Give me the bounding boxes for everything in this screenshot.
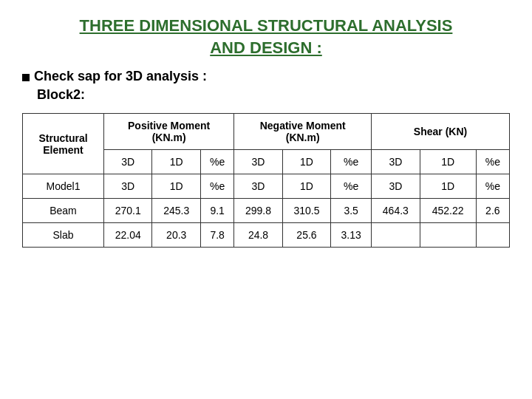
- subheader-shear-pct: %e: [476, 150, 509, 174]
- model1-shear-1d: 1D: [420, 174, 476, 199]
- beam-neg-3d: 299.8: [234, 199, 282, 223]
- slab-pos-3d: 22.04: [104, 223, 152, 248]
- model1-neg-1d: 1D: [282, 174, 330, 199]
- title-line1: THREE DIMENSIONAL STRUCTURAL ANALYSIS: [80, 16, 453, 35]
- table-row: Beam 270.1 245.3 9.1 299.8 310.5 3.5 464…: [23, 199, 510, 223]
- beam-shear-pct: 2.6: [476, 199, 509, 223]
- title-line2: AND DESIGN :: [210, 38, 322, 57]
- slab-neg-1d: 25.6: [282, 223, 330, 248]
- beam-pos-1d: 245.3: [152, 199, 200, 223]
- subheader-neg-pct: %e: [331, 150, 372, 174]
- beam-pos-pct: 9.1: [200, 199, 233, 223]
- header-structural: StructuralElement: [23, 114, 104, 174]
- subheader-neg-1d: 1D: [282, 150, 330, 174]
- model1-shear-pct: %e: [476, 174, 509, 199]
- slab-shear-3d: [372, 223, 420, 248]
- subheader-pos-pct: %e: [200, 150, 233, 174]
- subheader-shear-1d: 1D: [420, 150, 476, 174]
- beam-pos-3d: 270.1: [104, 199, 152, 223]
- slab-pos-pct: 7.8: [200, 223, 233, 248]
- block-title: Block2:: [22, 87, 510, 103]
- beam-shear-1d: 452.22: [420, 199, 476, 223]
- analysis-table: StructuralElement Positive Moment(KN.m) …: [22, 113, 510, 248]
- subtitle: Check sap for 3D analysis :: [22, 69, 510, 84]
- header-shear: Shear (KN): [372, 114, 510, 150]
- subheader-shear-3d: 3D: [372, 150, 420, 174]
- slab-neg-pct: 3.13: [331, 223, 372, 248]
- model1-pos-3d: 3D: [104, 174, 152, 199]
- model1-pos-1d: 1D: [152, 174, 200, 199]
- header-negative-moment: Negative Moment(KN.m): [234, 114, 372, 150]
- subheader-neg-3d: 3D: [234, 150, 282, 174]
- page: THREE DIMENSIONAL STRUCTURAL ANALYSIS AN…: [0, 0, 532, 399]
- beam-neg-pct: 3.5: [331, 199, 372, 223]
- slab-neg-3d: 24.8: [234, 223, 282, 248]
- slab-pos-1d: 20.3: [152, 223, 200, 248]
- model1-pos-pct: %e: [200, 174, 233, 199]
- element-model1: Model1: [23, 174, 104, 199]
- table-row: Model1 3D 1D %e 3D 1D %e 3D 1D %e: [23, 174, 510, 199]
- bullet-icon: [22, 74, 30, 81]
- beam-shear-3d: 464.3: [372, 199, 420, 223]
- slab-shear-1d: [420, 223, 476, 248]
- model1-shear-3d: 3D: [372, 174, 420, 199]
- table-row: Slab 22.04 20.3 7.8 24.8 25.6 3.13: [23, 223, 510, 248]
- subheader-pos-1d: 1D: [152, 150, 200, 174]
- element-slab: Slab: [23, 223, 104, 248]
- subheader-pos-3d: 3D: [104, 150, 152, 174]
- header-positive-moment: Positive Moment(KN.m): [104, 114, 234, 150]
- beam-neg-1d: 310.5: [282, 199, 330, 223]
- page-title: THREE DIMENSIONAL STRUCTURAL ANALYSIS AN…: [22, 15, 510, 58]
- model1-neg-3d: 3D: [234, 174, 282, 199]
- element-beam: Beam: [23, 199, 104, 223]
- slab-shear-pct: [476, 223, 509, 248]
- model1-neg-pct: %e: [331, 174, 372, 199]
